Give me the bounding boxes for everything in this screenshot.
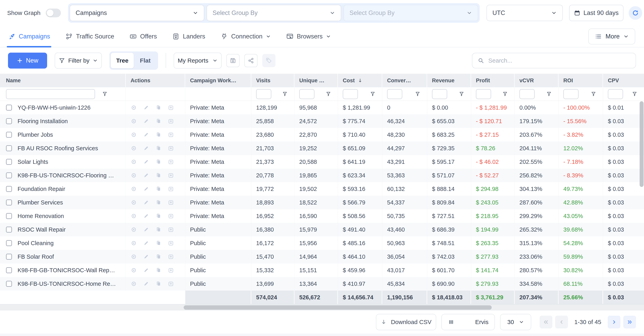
- unique-filter-input[interactable]: [299, 89, 314, 99]
- profit-filter-input[interactable]: [476, 89, 491, 99]
- first-page-button[interactable]: «: [540, 316, 552, 329]
- archive-download-icon[interactable]: [168, 226, 174, 233]
- stats-bullseye-icon[interactable]: [130, 267, 137, 273]
- conversions-filter-input[interactable]: [387, 89, 402, 99]
- page-size-select[interactable]: 30: [500, 314, 531, 330]
- stats-bullseye-icon[interactable]: [130, 104, 137, 111]
- edit-pencil-icon[interactable]: [143, 172, 149, 178]
- archive-download-icon[interactable]: [168, 267, 174, 273]
- col-header-vcvr[interactable]: vCVR: [515, 74, 558, 87]
- row-checkbox[interactable]: [6, 105, 12, 111]
- row-checkbox[interactable]: [6, 159, 12, 165]
- campaign-name-cell[interactable]: FB Solar Roof: [0, 250, 126, 263]
- roi-filter-input[interactable]: [563, 89, 578, 99]
- archive-download-icon[interactable]: [168, 186, 174, 192]
- edit-pencil-icon[interactable]: [143, 267, 149, 273]
- edit-pencil-icon[interactable]: [143, 159, 149, 165]
- col-header-conversions[interactable]: Conver…: [382, 74, 427, 87]
- campaign-name-cell[interactable]: YQ-FB-WW-H5-uniwin-1226: [0, 101, 126, 114]
- funnel-icon[interactable]: [370, 91, 376, 97]
- stats-bullseye-icon[interactable]: [130, 213, 137, 219]
- filter-by-button[interactable]: Filter by: [55, 53, 102, 69]
- campaign-name-cell[interactable]: K98-FB-US-TONICRSOC-Home Re…: [0, 277, 126, 291]
- save-report-button[interactable]: [226, 54, 240, 67]
- tab-landers[interactable]: Landers: [172, 26, 205, 47]
- tab-offers[interactable]: Offers: [129, 26, 157, 47]
- row-checkbox[interactable]: [6, 172, 12, 178]
- col-header-revenue[interactable]: Revenue: [427, 74, 471, 87]
- stats-bullseye-icon[interactable]: [130, 159, 137, 165]
- tag-button[interactable]: [262, 54, 276, 67]
- col-header-cpv[interactable]: CPV: [603, 74, 644, 87]
- edit-pencil-icon[interactable]: [143, 145, 149, 152]
- edit-pencil-icon[interactable]: [143, 132, 149, 138]
- campaign-name-cell[interactable]: Plumber Services: [0, 196, 126, 209]
- duplicate-copy-icon[interactable]: [155, 213, 162, 219]
- edit-pencil-icon[interactable]: [143, 281, 149, 287]
- row-checkbox[interactable]: [6, 186, 12, 192]
- edit-pencil-icon[interactable]: [143, 104, 149, 111]
- funnel-icon[interactable]: [282, 91, 288, 97]
- archive-download-icon[interactable]: [168, 159, 174, 165]
- more-button[interactable]: More: [588, 28, 635, 44]
- campaign-name-cell[interactable]: K98-FB-GB-TONICRSOC-Wall Rep…: [0, 263, 126, 277]
- edit-pencil-icon[interactable]: [143, 213, 149, 219]
- new-button[interactable]: New: [8, 53, 47, 69]
- stats-bullseye-icon[interactable]: [130, 132, 137, 138]
- row-checkbox[interactable]: [6, 267, 12, 273]
- duplicate-copy-icon[interactable]: [155, 132, 162, 138]
- duplicate-copy-icon[interactable]: [155, 118, 162, 124]
- row-checkbox[interactable]: [6, 199, 12, 205]
- duplicate-copy-icon[interactable]: [155, 104, 162, 111]
- revenue-filter-input[interactable]: [432, 89, 447, 99]
- duplicate-copy-icon[interactable]: [155, 253, 162, 260]
- horizontal-scrollbar-thumb[interactable]: [184, 305, 492, 310]
- duplicate-copy-icon[interactable]: [155, 159, 162, 165]
- search-input[interactable]: [488, 57, 630, 64]
- duplicate-copy-icon[interactable]: [155, 267, 162, 273]
- campaign-name-cell[interactable]: Solar Lights: [0, 155, 126, 168]
- duplicate-copy-icon[interactable]: [155, 226, 162, 233]
- archive-download-icon[interactable]: [168, 172, 174, 178]
- row-checkbox[interactable]: [6, 118, 12, 124]
- stats-bullseye-icon[interactable]: [130, 172, 137, 178]
- archive-download-icon[interactable]: [168, 145, 174, 152]
- edit-pencil-icon[interactable]: [143, 240, 149, 246]
- campaign-name-cell[interactable]: FB AU RSOC Roofing Services: [0, 142, 126, 155]
- tab-connection[interactable]: Connection: [220, 26, 271, 47]
- funnel-icon[interactable]: [102, 91, 108, 97]
- group-by-select-1[interactable]: Select Group By: [206, 5, 341, 21]
- col-header-visits[interactable]: Visits: [251, 74, 294, 87]
- stats-bullseye-icon[interactable]: [130, 199, 137, 206]
- campaign-name-cell[interactable]: Pool Cleaning: [0, 236, 126, 250]
- share-button[interactable]: [244, 54, 258, 67]
- flat-option[interactable]: Flat: [134, 53, 157, 68]
- funnel-icon[interactable]: [502, 91, 508, 97]
- stats-bullseye-icon[interactable]: [130, 186, 137, 192]
- row-checkbox[interactable]: [6, 227, 12, 233]
- duplicate-copy-icon[interactable]: [155, 240, 162, 246]
- row-checkbox[interactable]: [6, 213, 12, 219]
- row-checkbox[interactable]: [6, 240, 12, 246]
- stats-bullseye-icon[interactable]: [130, 145, 137, 152]
- my-reports-select[interactable]: My Reports: [174, 53, 222, 69]
- archive-download-icon[interactable]: [168, 118, 174, 124]
- col-header-unique[interactable]: Unique …: [294, 74, 338, 87]
- tab-browsers[interactable]: Browsers: [286, 26, 331, 47]
- duplicate-copy-icon[interactable]: [155, 281, 162, 287]
- campaign-name-cell[interactable]: Flooring Installation: [0, 114, 126, 128]
- vertical-scrollbar-thumb[interactable]: [640, 101, 644, 187]
- stats-bullseye-icon[interactable]: [130, 118, 137, 124]
- edit-pencil-icon[interactable]: [143, 118, 149, 124]
- refresh-button[interactable]: [629, 6, 642, 20]
- report-type-select[interactable]: Campaigns: [70, 5, 204, 21]
- col-header-roi[interactable]: ROI: [558, 74, 603, 87]
- duplicate-copy-icon[interactable]: [155, 172, 162, 178]
- group-by-select-2[interactable]: Select Group By: [344, 5, 478, 21]
- archive-download-icon[interactable]: [168, 199, 174, 206]
- campaign-name-cell[interactable]: Foundation Repair: [0, 182, 126, 196]
- columns-preset-button[interactable]: Ervis: [442, 314, 495, 330]
- next-page-button[interactable]: ›: [608, 316, 620, 329]
- timezone-select[interactable]: UTC: [486, 5, 563, 21]
- edit-pencil-icon[interactable]: [143, 226, 149, 233]
